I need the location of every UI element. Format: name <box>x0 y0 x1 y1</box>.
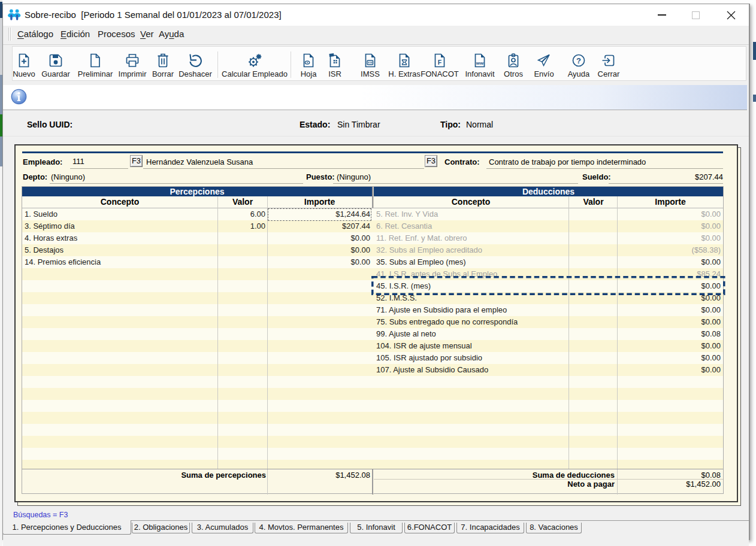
svg-text:ww: ww <box>476 60 484 66</box>
svg-text:F: F <box>438 59 442 66</box>
svg-text:?: ? <box>576 56 581 65</box>
